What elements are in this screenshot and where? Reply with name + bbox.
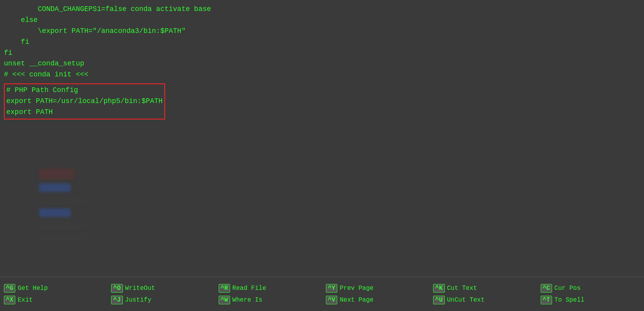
- shortcut-label-row2-5: To Spell: [554, 297, 585, 304]
- shortcut-key-row2-5: ^T: [541, 296, 552, 304]
- code-line-6: unset __conda_setup: [4, 58, 644, 69]
- highlighted-line-1: # PHP Path Config: [6, 85, 163, 96]
- blur-4: [39, 208, 70, 217]
- highlighted-line-3: export PATH: [6, 107, 163, 118]
- shortcut-item-row2-2[interactable]: ^WWhere Is: [215, 296, 322, 304]
- shortcut-label-row1-3: Prev Page: [340, 285, 373, 292]
- shortcut-key-row1-2: ^R: [219, 284, 230, 293]
- shortcut-item-row1-3[interactable]: ^YPrev Page: [322, 284, 429, 293]
- shortcut-key-row2-0: ^X: [4, 296, 15, 304]
- shortcut-bar: ^GGet Help^OWriteOut^RRead File^YPrev Pa…: [0, 277, 644, 311]
- shortcut-label-row1-0: Get Help: [18, 285, 48, 292]
- shortcut-label-row2-4: UnCut Text: [447, 297, 485, 304]
- shortcut-key-row1-5: ^C: [541, 284, 552, 293]
- shortcut-item-row1-4[interactable]: ^KCut Text: [429, 284, 536, 293]
- shortcut-key-row2-4: ^U: [433, 296, 444, 304]
- shortcut-key-row2-2: ^W: [219, 296, 230, 304]
- shortcut-label-row2-2: Where Is: [232, 297, 263, 304]
- shortcut-label-row2-1: Justify: [125, 297, 151, 304]
- shortcut-item-row1-1[interactable]: ^OWriteOut: [107, 284, 214, 293]
- code-line-4: fi: [4, 37, 644, 48]
- blur-5: [39, 222, 86, 230]
- code-line-1: CONDA_CHANGEPS1=false conda activate bas…: [4, 4, 644, 15]
- code-line-5: fi: [4, 48, 644, 59]
- editor-area: CONDA_CHANGEPS1=false conda activate bas…: [0, 0, 644, 277]
- shortcut-key-row1-4: ^K: [433, 284, 444, 293]
- shortcut-row-1: ^GGet Help^OWriteOut^RRead File^YPrev Pa…: [0, 282, 644, 294]
- shortcut-item-row1-0[interactable]: ^GGet Help: [0, 284, 107, 293]
- shortcut-label-row2-0: Exit: [18, 297, 32, 304]
- shortcut-key-row1-1: ^O: [111, 284, 122, 293]
- highlighted-php-block: # PHP Path Config export PATH=/usr/local…: [4, 83, 165, 119]
- shortcut-label-row1-1: WriteOut: [125, 285, 155, 292]
- shortcut-item-row2-0[interactable]: ^XExit: [0, 296, 107, 304]
- blurred-content: [39, 168, 102, 247]
- shortcut-item-row1-2[interactable]: ^RRead File: [215, 284, 322, 293]
- code-line-3: \export PATH="/anaconda3/bin:$PATH": [4, 26, 644, 37]
- shortcut-key-row1-0: ^G: [4, 284, 15, 293]
- blur-6: [39, 233, 86, 241]
- highlighted-line-2: export PATH=/usr/local/php5/bin:$PATH: [6, 96, 163, 107]
- shortcut-key-row2-1: ^J: [111, 296, 122, 304]
- shortcut-key-row1-3: ^Y: [326, 284, 337, 293]
- shortcut-row-2: ^XExit^JJustify^WWhere Is^VNext Page^UUn…: [0, 294, 644, 306]
- code-line-2: else: [4, 15, 644, 26]
- code-line-7: # <<< conda init <<<: [4, 69, 644, 80]
- shortcut-item-row1-5[interactable]: ^CCur Pos: [537, 284, 644, 293]
- shortcut-key-row2-3: ^V: [326, 296, 337, 304]
- shortcut-label-row2-3: Next Page: [340, 297, 373, 304]
- blur-2: [39, 183, 70, 192]
- shortcut-item-row2-3[interactable]: ^VNext Page: [322, 296, 429, 304]
- shortcut-label-row1-4: Cut Text: [447, 285, 477, 292]
- shortcut-label-row1-2: Read File: [232, 285, 266, 292]
- shortcut-item-row2-1[interactable]: ^JJustify: [107, 296, 214, 304]
- shortcut-label-row1-5: Cur Pos: [554, 285, 581, 292]
- blur-1: [39, 168, 74, 179]
- blur-3: [39, 197, 86, 205]
- shortcut-item-row2-4[interactable]: ^UUnCut Text: [429, 296, 536, 304]
- shortcut-item-row2-5[interactable]: ^TTo Spell: [537, 296, 644, 304]
